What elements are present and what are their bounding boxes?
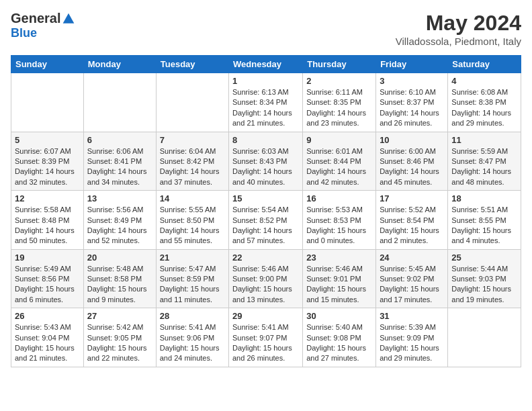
calendar-week-row: 19Sunrise: 5:49 AMSunset: 8:56 PMDayligh… <box>11 249 521 308</box>
day-info-line: Sunset: 8:52 PM <box>232 216 287 224</box>
day-content: Sunrise: 5:47 AMSunset: 8:59 PMDaylight:… <box>160 264 225 306</box>
day-content: Sunrise: 5:44 AMSunset: 9:03 PMDaylight:… <box>451 264 517 306</box>
day-info-line: Sunrise: 6:04 AM <box>160 147 216 155</box>
day-info-line: and 13 minutes. <box>232 295 285 304</box>
calendar-cell: 18Sunrise: 5:51 AMSunset: 8:55 PMDayligh… <box>448 191 521 250</box>
day-info-line: and 29 minutes. <box>380 354 432 362</box>
day-number: 10 <box>380 135 444 145</box>
calendar-header-row: SundayMondayTuesdayWednesdayThursdayFrid… <box>11 56 521 73</box>
day-content: Sunrise: 6:11 AMSunset: 8:35 PMDaylight:… <box>306 87 372 129</box>
day-content: Sunrise: 5:42 AMSunset: 9:05 PMDaylight:… <box>87 322 152 364</box>
calendar-header-thursday: Thursday <box>303 56 376 73</box>
day-info-line: Daylight: 14 hours <box>87 167 147 175</box>
calendar-cell: 26Sunrise: 5:43 AMSunset: 9:04 PMDayligh… <box>11 308 84 367</box>
calendar-cell: 13Sunrise: 5:56 AMSunset: 8:49 PMDayligh… <box>83 191 156 250</box>
day-info-line: Daylight: 15 hours <box>451 285 511 293</box>
day-info-line: Sunset: 8:47 PM <box>451 157 506 165</box>
day-info-line: Sunrise: 5:55 AM <box>160 205 216 214</box>
day-content: Sunrise: 5:46 AMSunset: 9:01 PMDaylight:… <box>306 264 372 306</box>
day-info-line: Daylight: 15 hours <box>232 285 292 293</box>
day-info-line: Daylight: 15 hours <box>306 285 366 293</box>
day-info-line: Daylight: 15 hours <box>87 344 147 352</box>
day-info-line: and 32 minutes. <box>15 178 67 186</box>
day-info-line: Sunrise: 5:42 AM <box>87 323 144 331</box>
day-content: Sunrise: 6:03 AMSunset: 8:43 PMDaylight:… <box>232 146 299 188</box>
calendar-cell: 20Sunrise: 5:48 AMSunset: 8:58 PMDayligh… <box>83 249 156 308</box>
day-info-line: Daylight: 14 hours <box>15 167 75 175</box>
day-info-line: and 22 minutes. <box>87 354 140 362</box>
day-info-line: Sunset: 8:50 PM <box>160 216 214 224</box>
day-content: Sunrise: 6:04 AMSunset: 8:42 PMDaylight:… <box>160 146 225 188</box>
logo: General Blue <box>11 11 75 40</box>
calendar-cell: 27Sunrise: 5:42 AMSunset: 9:05 PMDayligh… <box>83 308 156 367</box>
day-number: 3 <box>380 76 444 86</box>
calendar-cell: 5Sunrise: 6:07 AMSunset: 8:39 PMDaylight… <box>11 132 84 191</box>
page-header: General Blue May 2024 Villadossola, Pied… <box>11 11 521 47</box>
day-info-line: Sunrise: 5:47 AM <box>160 265 216 273</box>
logo-blue: Blue <box>11 26 37 40</box>
day-content: Sunrise: 6:00 AMSunset: 8:46 PMDaylight:… <box>380 146 444 188</box>
day-info-line: and 27 minutes. <box>306 354 359 362</box>
day-content: Sunrise: 5:41 AMSunset: 9:06 PMDaylight:… <box>160 322 225 364</box>
day-info-line: Sunset: 9:07 PM <box>232 334 287 342</box>
calendar-cell: 28Sunrise: 5:41 AMSunset: 9:06 PMDayligh… <box>156 308 228 367</box>
day-info-line: Sunrise: 5:48 AM <box>87 265 144 273</box>
day-info-line: Sunset: 8:59 PM <box>160 275 214 283</box>
calendar-table: SundayMondayTuesdayWednesdayThursdayFrid… <box>11 55 521 367</box>
day-info-line: Daylight: 15 hours <box>306 226 366 234</box>
day-info-line: Sunset: 8:38 PM <box>451 98 506 106</box>
calendar-cell: 17Sunrise: 5:52 AMSunset: 8:54 PMDayligh… <box>376 191 448 250</box>
day-number: 9 <box>306 135 372 145</box>
calendar-cell <box>83 73 156 132</box>
day-number: 1 <box>232 76 299 86</box>
day-info-line: Sunrise: 5:43 AM <box>15 323 71 331</box>
day-info-line: Sunset: 8:54 PM <box>380 216 434 224</box>
day-info-line: Daylight: 14 hours <box>380 109 439 117</box>
day-info-line: Sunset: 9:04 PM <box>15 334 69 342</box>
calendar-cell: 12Sunrise: 5:58 AMSunset: 8:48 PMDayligh… <box>11 191 84 250</box>
day-info-line: Sunset: 9:09 PM <box>380 334 434 342</box>
day-info-line: and 19 minutes. <box>451 295 504 304</box>
calendar-week-row: 1Sunrise: 6:13 AMSunset: 8:34 PMDaylight… <box>11 73 521 132</box>
calendar-cell: 1Sunrise: 6:13 AMSunset: 8:34 PMDaylight… <box>229 73 303 132</box>
day-info-line: Sunrise: 5:59 AM <box>451 147 508 155</box>
day-number: 16 <box>306 193 372 203</box>
day-info-line: Daylight: 15 hours <box>160 285 220 293</box>
day-info-line: Sunset: 9:00 PM <box>232 275 287 283</box>
day-info-line: Sunset: 8:37 PM <box>380 98 434 106</box>
day-info-line: and 48 minutes. <box>451 178 504 186</box>
day-info-line: and 9 minutes. <box>87 295 136 304</box>
day-info-line: and 23 minutes. <box>306 119 359 127</box>
day-info-line: Sunset: 8:55 PM <box>451 216 506 224</box>
calendar-header-wednesday: Wednesday <box>229 56 303 73</box>
day-info-line: Daylight: 14 hours <box>380 167 439 175</box>
day-info-line: Sunrise: 6:07 AM <box>15 147 71 155</box>
day-content: Sunrise: 5:43 AMSunset: 9:04 PMDaylight:… <box>15 322 80 364</box>
day-content: Sunrise: 5:56 AMSunset: 8:49 PMDaylight:… <box>87 205 152 246</box>
day-content: Sunrise: 5:55 AMSunset: 8:50 PMDaylight:… <box>160 205 225 246</box>
calendar-cell: 16Sunrise: 5:53 AMSunset: 8:53 PMDayligh… <box>303 191 376 250</box>
day-info-line: Sunrise: 6:01 AM <box>306 147 363 155</box>
calendar-header-saturday: Saturday <box>448 56 521 73</box>
calendar-week-row: 26Sunrise: 5:43 AMSunset: 9:04 PMDayligh… <box>11 308 521 367</box>
day-info-line: Daylight: 15 hours <box>306 344 366 352</box>
day-info-line: Sunrise: 5:44 AM <box>451 265 508 273</box>
day-info-line: Sunset: 9:06 PM <box>160 334 214 342</box>
day-content: Sunrise: 5:39 AMSunset: 9:09 PMDaylight:… <box>380 322 444 364</box>
day-info-line: Sunrise: 5:58 AM <box>15 205 71 214</box>
day-content: Sunrise: 5:48 AMSunset: 8:58 PMDaylight:… <box>87 264 152 306</box>
day-info-line: Sunset: 8:42 PM <box>160 157 214 165</box>
day-info-line: and 37 minutes. <box>160 178 212 186</box>
calendar-header-monday: Monday <box>83 56 156 73</box>
day-info-line: Sunrise: 5:40 AM <box>306 323 363 331</box>
logo-icon <box>62 12 75 26</box>
day-number: 17 <box>380 193 444 203</box>
day-info-line: Daylight: 14 hours <box>15 226 75 234</box>
day-content: Sunrise: 6:10 AMSunset: 8:37 PMDaylight:… <box>380 87 444 129</box>
day-info-line: Sunset: 9:02 PM <box>380 275 434 283</box>
calendar-cell: 2Sunrise: 6:11 AMSunset: 8:35 PMDaylight… <box>303 73 376 132</box>
calendar-header-sunday: Sunday <box>11 56 84 73</box>
day-number: 13 <box>87 193 152 203</box>
day-info-line: Daylight: 15 hours <box>160 344 220 352</box>
day-number: 15 <box>232 193 299 203</box>
